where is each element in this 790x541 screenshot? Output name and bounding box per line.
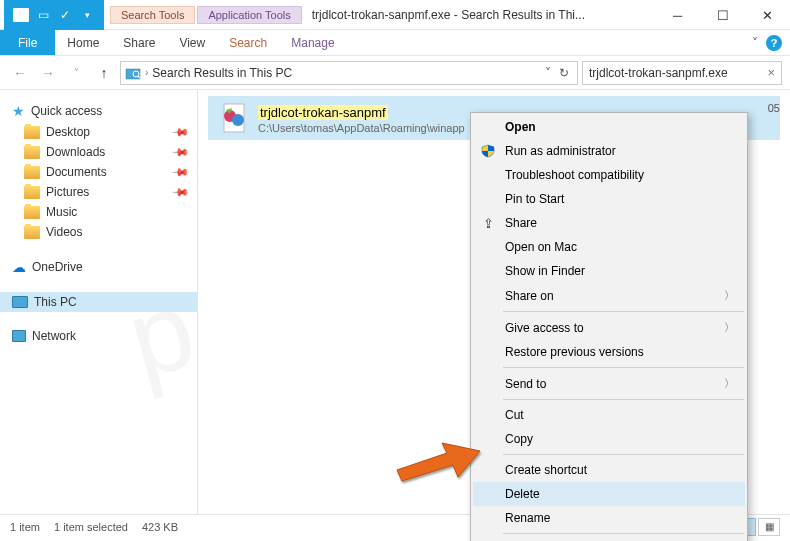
- cm-share-on[interactable]: Share on〉: [473, 283, 745, 308]
- cm-send-to[interactable]: Send to〉: [473, 371, 745, 396]
- sidebar-label: OneDrive: [32, 260, 83, 274]
- cm-open[interactable]: Open: [473, 115, 745, 139]
- pin-icon: 📌: [170, 122, 189, 141]
- cm-open-location[interactable]: Open file location: [473, 537, 745, 541]
- recent-dropdown-icon[interactable]: ˅: [64, 61, 88, 85]
- cm-create-shortcut[interactable]: Create shortcut: [473, 458, 745, 482]
- back-button[interactable]: ←: [8, 61, 32, 85]
- sidebar-item-pictures[interactable]: Pictures📌: [0, 182, 197, 202]
- search-tab[interactable]: Search: [217, 30, 279, 55]
- status-item-count: 1 item: [10, 521, 40, 533]
- menu-separator: [503, 367, 744, 368]
- new-folder-qat-icon[interactable]: ✓: [56, 6, 74, 24]
- sidebar-item-label: Documents: [46, 165, 107, 179]
- this-pc-icon: [12, 296, 28, 308]
- cm-share[interactable]: ⇪ Share: [473, 211, 745, 235]
- sidebar-this-pc[interactable]: This PC: [0, 292, 197, 312]
- cm-give-access[interactable]: Give access to〉: [473, 315, 745, 340]
- close-button[interactable]: ✕: [745, 0, 790, 30]
- folder-icon: [24, 166, 40, 179]
- quick-access-toolbar: ▭ ✓ ▾: [4, 0, 104, 30]
- folder-icon: [24, 206, 40, 219]
- search-value: trjdlcot-trokan-sanpmf.exe: [589, 66, 767, 80]
- sidebar-item-label: Desktop: [46, 125, 90, 139]
- menu-separator: [503, 311, 744, 312]
- share-tab[interactable]: Share: [111, 30, 167, 55]
- manage-tab[interactable]: Manage: [279, 30, 346, 55]
- sidebar-item-label: Downloads: [46, 145, 105, 159]
- context-menu: Open Run as administrator Troubleshoot c…: [470, 112, 748, 541]
- result-date-fragment: 05: [768, 96, 780, 120]
- up-button[interactable]: ↑: [92, 61, 116, 85]
- sidebar-label: Quick access: [31, 104, 102, 118]
- sidebar-item-documents[interactable]: Documents📌: [0, 162, 197, 182]
- refresh-icon[interactable]: ↻: [555, 66, 573, 80]
- exe-file-icon: [218, 102, 250, 134]
- chevron-right-icon: 〉: [724, 320, 735, 335]
- properties-qat-icon[interactable]: ▭: [34, 6, 52, 24]
- sidebar-item-videos[interactable]: Videos: [0, 222, 197, 242]
- cm-show-finder[interactable]: Show in Finder: [473, 259, 745, 283]
- instruction-arrow: [392, 435, 482, 489]
- file-tab[interactable]: File: [0, 30, 55, 55]
- status-size: 423 KB: [142, 521, 178, 533]
- forward-button: →: [36, 61, 60, 85]
- cm-delete[interactable]: Delete: [473, 482, 745, 506]
- application-tools-tab-header: Application Tools: [197, 6, 301, 24]
- address-dropdown-icon[interactable]: ˅: [541, 66, 555, 80]
- ribbon-tabs: File Home Share View Search Manage ˅ ?: [0, 30, 790, 56]
- sidebar-item-music[interactable]: Music: [0, 202, 197, 222]
- search-folder-icon: [125, 66, 141, 80]
- sidebar-network[interactable]: Network: [0, 326, 197, 346]
- cm-copy[interactable]: Copy: [473, 427, 745, 451]
- folder-icon: [24, 186, 40, 199]
- search-input[interactable]: trjdlcot-trokan-sanpmf.exe ×: [582, 61, 782, 85]
- network-icon: [12, 330, 26, 342]
- sidebar-item-label: Videos: [46, 225, 82, 239]
- large-icons-view-button[interactable]: ▦: [758, 518, 780, 536]
- svg-point-5: [232, 114, 244, 126]
- sidebar-label: This PC: [34, 295, 77, 309]
- address-path: Search Results in This PC: [152, 66, 541, 80]
- home-tab[interactable]: Home: [55, 30, 111, 55]
- sidebar-item-desktop[interactable]: Desktop📌: [0, 122, 197, 142]
- cm-troubleshoot[interactable]: Troubleshoot compatibility: [473, 163, 745, 187]
- window-title: trjdlcot-trokan-sanpmf.exe - Search Resu…: [312, 8, 655, 22]
- address-box[interactable]: › Search Results in This PC ˅ ↻: [120, 61, 578, 85]
- menu-separator: [503, 399, 744, 400]
- menu-separator: [503, 533, 744, 534]
- cm-restore[interactable]: Restore previous versions: [473, 340, 745, 364]
- chevron-right-icon[interactable]: ›: [145, 67, 148, 78]
- pin-icon: 📌: [170, 142, 189, 161]
- sidebar-label: Network: [32, 329, 76, 343]
- help-icon[interactable]: ?: [766, 35, 782, 51]
- share-icon: ⇪: [479, 214, 497, 232]
- cm-pin-start[interactable]: Pin to Start: [473, 187, 745, 211]
- folder-icon: [24, 146, 40, 159]
- result-filename: trjdlcot-trokan-sanpmf: [258, 105, 388, 120]
- view-tab[interactable]: View: [167, 30, 217, 55]
- maximize-button[interactable]: ☐: [700, 0, 745, 30]
- title-bar: ▭ ✓ ▾ Search Tools Application Tools trj…: [0, 0, 790, 30]
- sidebar-item-label: Music: [46, 205, 77, 219]
- folder-icon: [24, 226, 40, 239]
- cm-rename[interactable]: Rename: [473, 506, 745, 530]
- sidebar-item-downloads[interactable]: Downloads📌: [0, 142, 197, 162]
- status-selected: 1 item selected: [54, 521, 128, 533]
- collapse-ribbon-icon[interactable]: ˅: [748, 36, 762, 50]
- menu-separator: [503, 454, 744, 455]
- sidebar-item-label: Pictures: [46, 185, 89, 199]
- onedrive-icon: ☁: [12, 259, 26, 275]
- navigation-pane: ★ Quick access Desktop📌 Downloads📌 Docum…: [0, 90, 198, 514]
- cm-open-mac[interactable]: Open on Mac: [473, 235, 745, 259]
- sidebar-quick-access[interactable]: ★ Quick access: [0, 100, 197, 122]
- pin-icon: 📌: [170, 162, 189, 181]
- cm-cut[interactable]: Cut: [473, 403, 745, 427]
- search-tools-tab-header: Search Tools: [110, 6, 195, 24]
- clear-search-icon[interactable]: ×: [767, 65, 775, 80]
- cm-run-as-admin[interactable]: Run as administrator: [473, 139, 745, 163]
- minimize-button[interactable]: ─: [655, 0, 700, 30]
- qat-dropdown-icon[interactable]: ▾: [78, 6, 96, 24]
- folder-icon: [24, 126, 40, 139]
- sidebar-onedrive[interactable]: ☁OneDrive: [0, 256, 197, 278]
